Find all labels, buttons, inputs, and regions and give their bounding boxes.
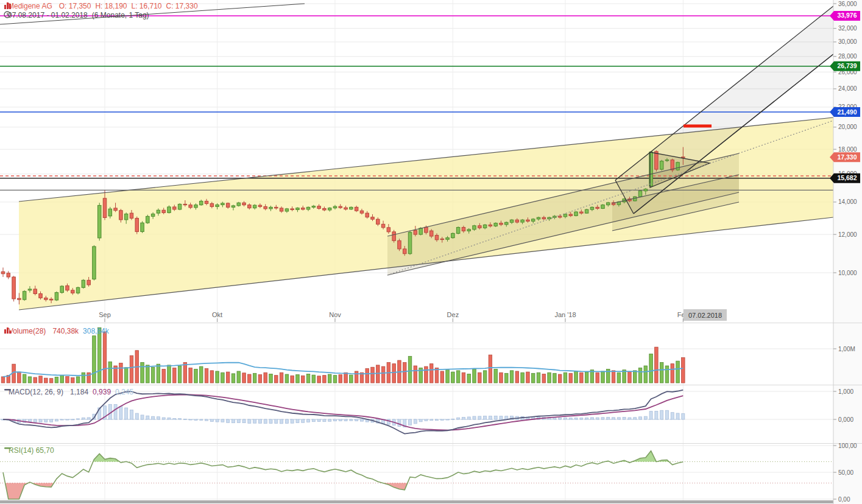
- svg-text:17,330: 17,330: [837, 153, 857, 161]
- svg-text:07.02.2018: 07.02.2018: [688, 312, 722, 319]
- svg-text:21,490: 21,490: [837, 108, 857, 116]
- svg-text:20,000: 20,000: [838, 124, 857, 130]
- svg-text:28,000: 28,000: [838, 53, 857, 60]
- svg-text:36,000: 36,000: [838, 1, 857, 7]
- svg-text:Jan '18: Jan '18: [554, 311, 576, 318]
- svg-text:18,000: 18,000: [838, 146, 857, 153]
- svg-text:15,682: 15,682: [837, 174, 857, 181]
- axis-gutter: [833, 0, 862, 504]
- chart-root: 36,00034,00032,00030,00028,00026,00024,0…: [0, 0, 862, 504]
- svg-text:1,000: 1,000: [838, 388, 853, 395]
- svg-text:50,00: 50,00: [838, 469, 853, 476]
- svg-text:26,739: 26,739: [837, 62, 857, 69]
- svg-text:12,000: 12,000: [838, 231, 857, 238]
- svg-text:33,976: 33,976: [837, 12, 857, 19]
- svg-text:32,000: 32,000: [838, 25, 857, 32]
- svg-text:10,000: 10,000: [838, 270, 857, 276]
- cursor-date-box: 07.02.2018: [684, 309, 727, 321]
- svg-text:100,00: 100,00: [838, 443, 857, 449]
- svg-text:14,000: 14,000: [838, 198, 857, 205]
- svg-text:Dez: Dez: [447, 311, 459, 318]
- svg-text:24,000: 24,000: [838, 85, 857, 92]
- svg-text:30,000: 30,000: [838, 38, 857, 45]
- svg-text:0,000: 0,000: [838, 416, 853, 423]
- svg-text:Nov: Nov: [329, 311, 341, 318]
- svg-text:Okt: Okt: [212, 311, 222, 318]
- chart-canvas[interactable]: 36,00034,00032,00030,00028,00026,00024,0…: [0, 0, 862, 504]
- bottom-scroll-strip: [0, 500, 833, 503]
- svg-text:0,00: 0,00: [838, 496, 850, 503]
- svg-text:Sep: Sep: [99, 311, 111, 318]
- svg-text:1,00M: 1,00M: [838, 346, 855, 352]
